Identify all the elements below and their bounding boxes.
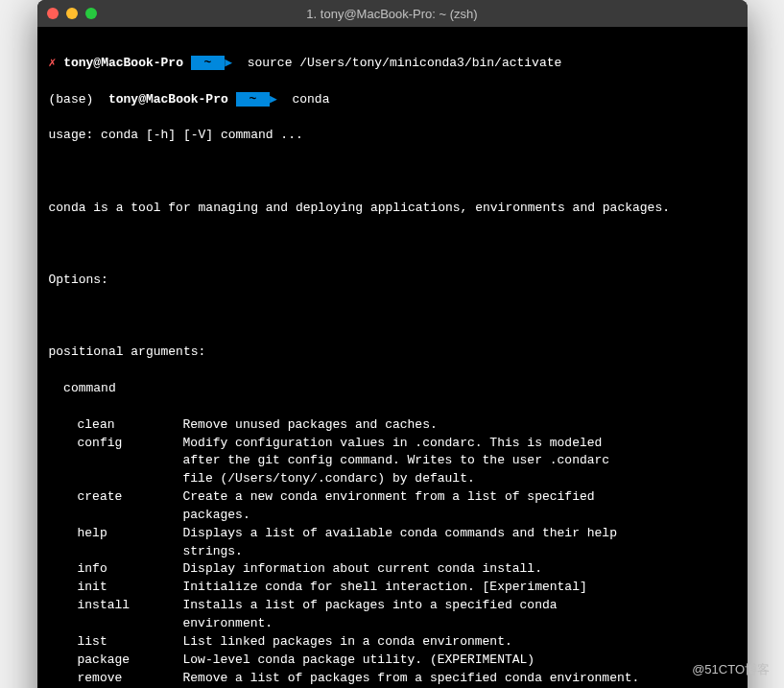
command-description: Modify configuration values in .condarc.…	[183, 435, 736, 453]
maximize-button[interactable]	[85, 8, 97, 19]
terminal-body[interactable]: ✗ tony@MacBook-Pro ~ ▶ source /Users/ton…	[37, 27, 748, 688]
command-name: info	[49, 560, 183, 579]
prompt-prefix: (base)	[49, 92, 102, 107]
command-text: source /Users/tony/miniconda3/bin/activa…	[248, 56, 562, 70]
command-description: Display information about current conda …	[183, 560, 736, 579]
command-name: install	[49, 597, 183, 615]
close-button[interactable]	[47, 8, 59, 19]
options-header: Options:	[49, 272, 736, 290]
minimize-button[interactable]	[66, 8, 78, 19]
command-name: config	[49, 435, 183, 453]
description-line: conda is a tool for managing and deployi…	[49, 200, 736, 218]
command-description-cont: file (/Users/tony/.condarc) by default.	[49, 470, 736, 488]
command-description-cont: environment.	[49, 615, 736, 633]
command-name: clean	[49, 416, 183, 435]
window-title: 1. tony@MacBook-Pro: ~ (zsh)	[306, 7, 477, 21]
command-name: create	[49, 488, 183, 507]
command-row: configModify configuration values in .co…	[49, 435, 736, 453]
command-row: installInstalls a list of packages into …	[49, 597, 736, 615]
prompt-arrow-icon: ~	[236, 92, 270, 107]
command-description: Low-level conda package utility. (EXPERI…	[183, 652, 736, 670]
command-row: createCreate a new conda environment fro…	[49, 488, 736, 507]
command-label: command	[49, 380, 736, 398]
command-row: cleanRemove unused packages and caches.	[49, 416, 736, 435]
command-name: remove	[49, 670, 183, 688]
prompt-host: tony@MacBook-Pro	[108, 92, 228, 107]
command-name: help	[49, 525, 183, 543]
command-row: listList linked packages in a conda envi…	[49, 633, 736, 652]
command-description: Remove unused packages and caches.	[183, 416, 736, 435]
command-description: Initialize conda for shell interaction. …	[183, 579, 736, 597]
command-name: init	[49, 579, 183, 597]
command-description: Displays a list of available conda comma…	[183, 525, 736, 543]
command-description: Remove a list of packages from a specifi…	[183, 670, 736, 688]
prompt-line-2: (base) tony@MacBook-Pro ~ ▶ conda	[49, 91, 736, 109]
watermark: @51CTO博客	[692, 661, 770, 678]
traffic-lights	[47, 8, 97, 19]
prompt-arrow-icon: ~	[191, 56, 225, 70]
command-row: initInitialize conda for shell interacti…	[49, 579, 736, 597]
command-name: list	[49, 633, 183, 652]
usage-line: usage: conda [-h] [-V] command ...	[49, 127, 736, 145]
prompt-line-1: ✗ tony@MacBook-Pro ~ ▶ source /Users/ton…	[49, 55, 736, 73]
command-description: List linked packages in a conda environm…	[183, 633, 736, 652]
prompt-status-icon: ✗	[49, 56, 57, 70]
arrow-end-icon: ▶	[270, 92, 277, 107]
command-text: conda	[292, 92, 329, 107]
prompt-host: tony@MacBook-Pro	[63, 56, 183, 70]
command-description-cont: strings.	[49, 543, 736, 561]
commands-list: cleanRemove unused packages and caches.c…	[49, 416, 736, 688]
terminal-window: 1. tony@MacBook-Pro: ~ (zsh) ✗ tony@MacB…	[37, 0, 748, 688]
positional-header: positional arguments:	[49, 344, 736, 362]
command-row: helpDisplays a list of available conda c…	[49, 525, 736, 543]
command-description: Create a new conda environment from a li…	[183, 488, 736, 507]
arrow-end-icon: ▶	[225, 56, 232, 70]
command-row: removeRemove a list of packages from a s…	[49, 670, 736, 688]
command-description-cont: packages.	[49, 507, 736, 525]
command-description-cont: after the git config command. Writes to …	[49, 452, 736, 470]
command-row: infoDisplay information about current co…	[49, 560, 736, 579]
command-row: packageLow-level conda package utility. …	[49, 652, 736, 670]
command-name: package	[49, 652, 183, 670]
titlebar[interactable]: 1. tony@MacBook-Pro: ~ (zsh)	[37, 0, 748, 27]
command-description: Installs a list of packages into a speci…	[183, 597, 736, 615]
